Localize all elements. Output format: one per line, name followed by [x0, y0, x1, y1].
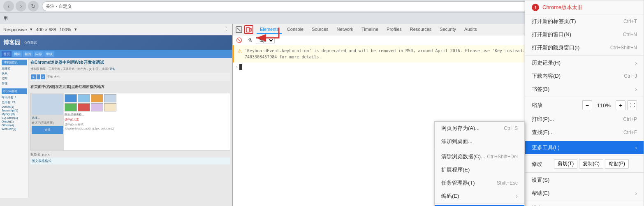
submenu-encoding-label: 编码(E) [441, 192, 459, 200]
blog-nav-news[interactable]: 新闻 [23, 51, 33, 57]
submenu-separator-1 [435, 149, 524, 149]
sidebar-link-2[interactable]: 联系 [2, 71, 27, 76]
copy-button[interactable]: 复制(C) [579, 159, 603, 169]
back-button[interactable]: ‹ [3, 1, 14, 12]
menu-print[interactable]: 打印(P)... Ctrl+P [525, 113, 644, 126]
blog-nav-flash[interactable]: 闪存 [34, 51, 44, 57]
menu-history[interactable]: 历史记录(H) › [525, 56, 644, 69]
blog-image-right: 图文混排表格... 选中的元素 选中的css样式 {display:block;… [64, 93, 230, 150]
blog-post-meta: 博客园 摘要：工具完善，工具是第一生产力，(1) 打开... 来源: 更多 [30, 67, 230, 71]
zoom-plus-button[interactable]: + [616, 100, 625, 110]
tab-audits[interactable]: Audits [461, 25, 480, 34]
sidebar-link-3[interactable]: 订阅 [2, 76, 27, 81]
mini-img-2 [78, 94, 90, 102]
tab-timeline[interactable]: Timeline [358, 25, 382, 34]
menu-find[interactable]: 查找(F)... Ctrl+F [525, 126, 644, 139]
zoom-row: 缩放 − 110% + ⛶ [525, 98, 644, 113]
blog-nav-class[interactable]: 班级 [44, 51, 54, 57]
menu-bookmarks[interactable]: 书签(B) › [525, 83, 644, 96]
device-mode-button[interactable] [244, 25, 253, 34]
submenu-task-manager[interactable]: 任务管理器(T) Shift+Esc [435, 176, 524, 190]
edit-buttons: 剪切(T) 复制(C) 粘贴(P) [554, 159, 629, 169]
paste-button[interactable]: 粘贴(P) [605, 159, 629, 169]
submenu-save-page[interactable]: 网页另存为(A)... Ctrl+S [435, 122, 524, 135]
sidebar-section: 博客园首页 发随笔 联系 订阅 管理 [2, 60, 27, 86]
address-text: 关注 · 自定义 [46, 3, 72, 9]
blog-sidebar: 博客园首页 发随笔 联系 订阅 管理 积分与排名 昨日排名: 1 总排名: 23… [0, 58, 29, 198]
submenu-task-manager-label: 任务管理器(T) [441, 179, 475, 187]
submenu-add-desktop[interactable]: 添加到桌面... [435, 135, 524, 148]
menu-new-tab[interactable]: 打开新的标签页(T) Ctrl+T [525, 15, 644, 28]
blog-nav-home[interactable]: 首页 [2, 51, 12, 57]
sidebar-link-4[interactable]: 管理 [2, 81, 27, 86]
menu-find-shortcut: Ctrl+F [623, 130, 637, 135]
chrome-menu-title: Chrome版本太旧 [542, 4, 583, 11]
blog-preview: 博客园 心存高远 首页 博问 新闻 闪存 班级 博客园首页 [0, 35, 232, 206]
inspect-element-button[interactable] [234, 25, 243, 34]
sidebar-rank-5[interactable]: MySQL(3) [2, 112, 27, 116]
mini-img-6 [78, 103, 90, 111]
context-selector[interactable]: top [256, 37, 275, 44]
sidebar-rank-1[interactable]: 昨日排名: 1 [2, 95, 27, 100]
more-options-icon[interactable]: ⋮ [224, 27, 229, 32]
menu-more-tools-label: 更多工具(L) [532, 144, 560, 151]
sidebar-rank-2[interactable]: 总排名: 23 [2, 100, 27, 105]
tab-network[interactable]: Network [334, 25, 357, 34]
filter-button[interactable]: ⚗ [245, 36, 254, 45]
mini-img-8 [104, 103, 116, 111]
svg-line-1 [237, 28, 241, 31]
sidebar-rank-8[interactable]: Others(4) [2, 123, 27, 127]
sidebar-link-1[interactable]: 发随笔 [2, 66, 27, 71]
tab-elements[interactable]: Elements [257, 25, 282, 34]
blog-instruction: 在页面中(右键)在左元素)点击红框所指的地方 [30, 84, 230, 90]
chrome-warning-icon: ! [532, 4, 539, 11]
cut-button[interactable]: 剪切(T) [554, 159, 577, 169]
browser-nav-controls: ‹ › ↻ [3, 1, 39, 12]
blog-body: 博客园首页 发随笔 联系 订阅 管理 积分与排名 昨日排名: 1 总排名: 23… [0, 58, 232, 198]
blog-post-title: 在Chrome浏览器中利用Web开发者调试 [30, 60, 230, 65]
menu-downloads-label: 下载内容(D) [532, 72, 561, 80]
mini-img-5 [65, 103, 77, 111]
fullscreen-button[interactable]: ⛶ [627, 100, 637, 110]
sidebar-rank-7[interactable]: Oracle(1) [2, 120, 27, 123]
menu-history-label: 历史记录(H) [532, 59, 561, 67]
menu-edit-label: 修改 [532, 160, 542, 168]
zoom-value: 110% [594, 102, 614, 109]
tab-sources[interactable]: Sources [308, 25, 331, 34]
submenu-encoding[interactable]: 编码(E) › [435, 190, 524, 203]
menu-more-tools[interactable]: 更多工具(L) › [525, 141, 644, 154]
zoom-minus-button[interactable]: − [582, 100, 592, 110]
sidebar-rank-9[interactable]: WebDev(2) [2, 127, 27, 131]
tab-security[interactable]: Security [436, 25, 459, 34]
menu-incognito[interactable]: 打开新的隐身窗口(I) Ctrl+Shift+N [525, 41, 644, 54]
sidebar-rank-3[interactable]: DotNet(1) [2, 105, 27, 109]
tab-resources[interactable]: Resources [407, 25, 435, 34]
separator-5 [525, 172, 644, 173]
submenu-save-page-shortcut: Ctrl+S [504, 125, 518, 131]
menu-bookmarks-label: 书签(B) [532, 86, 549, 93]
blog-image-left: 选项... 默认下(元素界面) 选择 [31, 93, 64, 150]
sidebar-rank-6[interactable]: SQ-Senet(1) [2, 116, 27, 120]
mini-img-1 [65, 94, 77, 102]
tab-console[interactable]: Console [284, 25, 307, 34]
menu-incognito-shortcut: Ctrl+Shift+N [610, 45, 637, 51]
blog-nav-ask[interactable]: 博问 [12, 51, 22, 57]
menu-exit[interactable]: 退出(X) Ctrl+Shift+Q [525, 202, 644, 206]
sidebar-title-2: 积分与排名 [2, 88, 27, 94]
svg-rect-3 [250, 28, 251, 31]
menu-downloads[interactable]: 下载内容(D) Ctrl+J [525, 69, 644, 83]
reload-button[interactable]: ↻ [28, 1, 39, 12]
submenu-extensions[interactable]: 扩展程序(E) [435, 163, 524, 176]
menu-help[interactable]: 帮助(E) › [525, 187, 644, 200]
blog-main-content: 在Chrome浏览器中利用Web开发者调试 博客园 摘要：工具完善，工具是第一生… [29, 58, 232, 198]
menu-new-window[interactable]: 打开新的窗口(N) Ctrl+N [525, 28, 644, 41]
forward-button[interactable]: › [16, 1, 26, 12]
tab-profiles[interactable]: Profiles [383, 25, 405, 34]
submenu-clear-data[interactable]: 清除浏览数据(C)... Ctrl+Shift+Del [435, 150, 524, 163]
device-dimensions: 400 × 688 [36, 27, 56, 32]
menu-edit-row: 修改 剪切(T) 复制(C) 粘贴(P) [525, 156, 644, 171]
menu-settings[interactable]: 设置(S) [525, 174, 644, 187]
sidebar-rank-4[interactable]: Javascript(1) [2, 109, 27, 112]
clear-console-button[interactable]: 🚫 [234, 36, 243, 45]
zoom-label[interactable]: 缩放 [532, 102, 542, 109]
